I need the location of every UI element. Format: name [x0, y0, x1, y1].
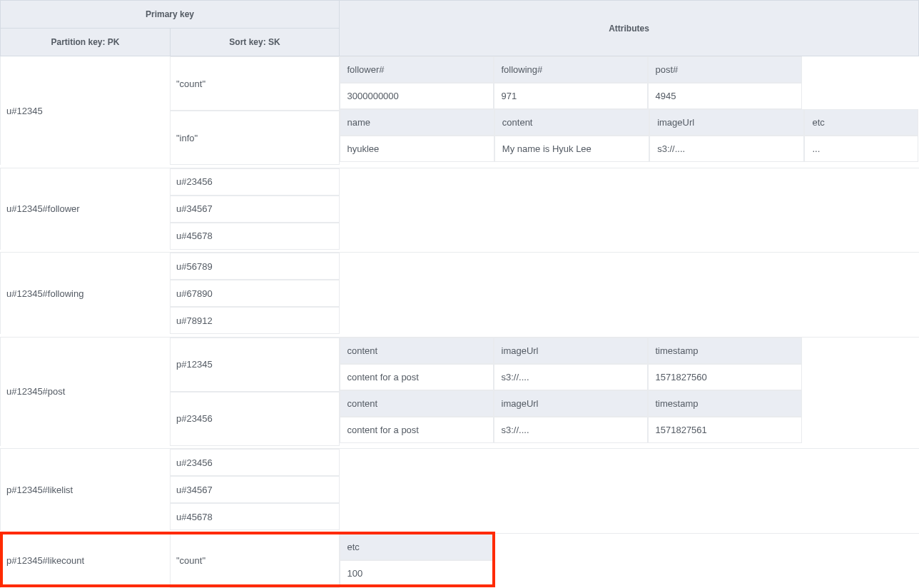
schema-table: Primary key Attributes Partition key: PK…	[0, 0, 919, 588]
sk-value: u#67890	[171, 280, 340, 307]
attr-value: s3://....	[649, 136, 804, 162]
sk-value: "count"	[171, 534, 340, 588]
attr-header: timestamp	[648, 390, 802, 417]
sk-value: u#45678	[171, 223, 340, 250]
sk-value: u#78912	[171, 307, 340, 334]
pk-cell: u#12345#post	[1, 337, 171, 446]
sk-cell: "count"	[171, 533, 340, 588]
sk-value: "count"	[171, 56, 340, 111]
attr-header: post#	[648, 56, 802, 83]
attr-value: 100	[340, 560, 495, 587]
attr-value: 4945	[648, 83, 802, 109]
sk-cell: "count""info"	[171, 56, 340, 166]
sk-value: p#23456	[171, 392, 340, 446]
table-row: u#12345#followeru#23456u#34567u#45678	[1, 168, 919, 250]
sk-cell: u#23456u#34567u#45678	[171, 449, 340, 531]
attributes-cell	[340, 253, 919, 335]
sk-value: u#34567	[171, 476, 340, 503]
attr-header: content	[340, 338, 494, 364]
attr-header: content	[340, 390, 494, 417]
attr-value: s3://....	[494, 417, 648, 443]
attributes-cell: etc100	[340, 533, 919, 588]
header-row-1: Primary key Attributes	[1, 1, 919, 29]
pk-cell: u#12345	[1, 56, 171, 166]
attr-value: content for a post	[340, 364, 494, 390]
sk-value: u#45678	[171, 503, 340, 530]
primary-key-header: Primary key	[1, 1, 340, 29]
table-row: p#12345#likecount"count"etc100	[1, 533, 919, 588]
attributes-cell: follower#following#post#3000000000971494…	[340, 56, 919, 166]
attr-header: following#	[494, 56, 648, 83]
attr-header: etc	[340, 534, 495, 560]
attr-header: etc	[804, 109, 918, 136]
sk-value: u#56789	[171, 253, 340, 280]
table-row: u#12345#postp#12345p#23456contentimageUr…	[1, 337, 919, 446]
partition-key-header: Partition key: PK	[1, 29, 171, 56]
sk-value: p#12345	[171, 338, 340, 392]
sk-cell: u#23456u#34567u#45678	[171, 168, 340, 250]
pk-cell: p#12345#likecount	[1, 533, 171, 588]
sk-value: "info"	[171, 111, 340, 165]
sk-value: u#23456	[171, 449, 340, 476]
attr-header: content	[494, 109, 649, 136]
dynamodb-schema-diagram: Primary key Attributes Partition key: PK…	[0, 0, 919, 588]
attr-header: timestamp	[648, 338, 802, 364]
table-row: p#12345#likelistu#23456u#34567u#45678	[1, 449, 919, 531]
sk-value: u#23456	[171, 168, 340, 196]
attr-header: imageUrl	[494, 390, 648, 417]
pk-cell: p#12345#likelist	[1, 449, 171, 531]
attributes-header: Attributes	[340, 1, 919, 56]
pk-cell: u#12345#follower	[1, 168, 171, 250]
sk-cell: u#56789u#67890u#78912	[171, 253, 340, 335]
attr-value: My name is Hyuk Lee	[494, 136, 649, 162]
sk-cell: p#12345p#23456	[171, 337, 340, 446]
attr-value: ...	[804, 136, 918, 162]
attributes-cell	[340, 168, 919, 250]
sort-key-header: Sort key: SK	[171, 29, 340, 56]
attr-header: name	[340, 109, 494, 136]
attr-value: 1571827561	[648, 417, 802, 443]
attr-value: hyuklee	[340, 136, 494, 162]
sk-value: u#34567	[171, 196, 340, 223]
pk-cell: u#12345#following	[1, 253, 171, 335]
attr-header: imageUrl	[649, 109, 804, 136]
attr-value: 971	[494, 83, 648, 109]
attr-header: imageUrl	[494, 338, 648, 364]
attributes-cell: contentimageUrltimestampcontent for a po…	[340, 337, 919, 446]
attr-value: content for a post	[340, 417, 494, 443]
attributes-cell	[340, 449, 919, 531]
attr-value: 3000000000	[340, 83, 494, 109]
attr-value: 1571827560	[648, 364, 802, 390]
attr-header: follower#	[340, 56, 494, 83]
table-row: u#12345#followingu#56789u#67890u#78912	[1, 253, 919, 335]
attr-value: s3://....	[494, 364, 648, 390]
table-row: u#12345"count""info"follower#following#p…	[1, 56, 919, 166]
